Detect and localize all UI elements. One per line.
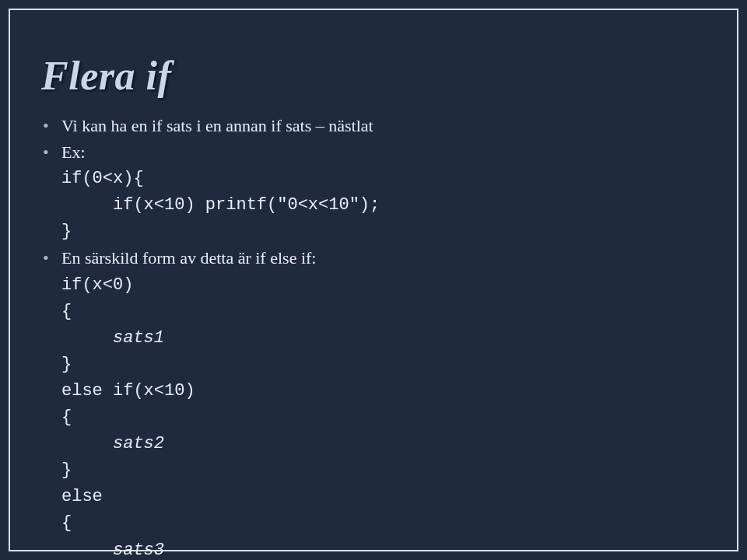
code-line: sats1 xyxy=(61,325,706,352)
bullet-item: Ex: xyxy=(41,139,706,166)
code-block: if(0<x){ if(x<10) printf("0<x<10"); } xyxy=(41,166,706,245)
slide-frame: Flera if Vi kan ha en if sats i en annan… xyxy=(9,9,738,551)
slide-title: Flera if xyxy=(41,53,706,99)
code-line: { xyxy=(61,404,706,431)
code-line: { xyxy=(61,510,706,537)
code-line: else if(x<10) xyxy=(61,378,706,404)
code-line: { xyxy=(61,299,706,325)
bullet-item: Vi kan ha en if sats i en annan if sats … xyxy=(41,113,706,139)
code-line: sats2 xyxy=(61,431,706,457)
code-line: sats3 xyxy=(61,537,706,561)
code-line: } xyxy=(61,352,706,378)
code-line: } xyxy=(61,457,706,484)
code-line: if(0<x){ if(x<10) printf("0<x<10"); } xyxy=(61,166,706,245)
code-block: if(x<0) { sats1 } else if(x<10) { sats2 … xyxy=(41,272,706,560)
bullet-item: En särskild form av detta är if else if: xyxy=(41,245,706,271)
code-line: if(x<0) xyxy=(61,272,706,299)
code-line: else xyxy=(61,484,706,510)
bullet-list: Vi kan ha en if sats i en annan if sats … xyxy=(41,113,706,560)
